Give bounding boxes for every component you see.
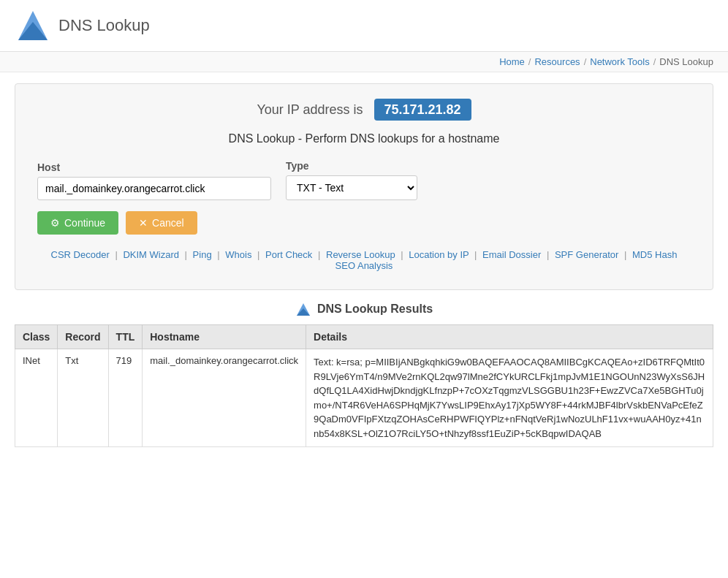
results-section: DNS Lookup Results Class Record TTL Host… xyxy=(15,301,713,447)
x-icon: ✕ xyxy=(139,217,148,229)
button-row: ⚙ Continue ✕ Cancel xyxy=(37,211,691,235)
col-class: Class xyxy=(15,325,58,349)
table-row: INet Txt 719 mail._domainkey.orangecarro… xyxy=(15,349,713,447)
ip-label: Your IP address is xyxy=(257,102,363,117)
tool-title: DNS Lookup - Perform DNS lookups for a h… xyxy=(37,132,691,145)
breadcrumb: Home / Resources / Network Tools / DNS L… xyxy=(0,52,728,72)
host-group: Host xyxy=(37,161,271,200)
results-table: Class Record TTL Hostname Details INet T… xyxy=(15,324,713,447)
link-spf-generator[interactable]: SPF Generator xyxy=(555,249,618,260)
host-label: Host xyxy=(37,161,271,173)
link-reverse-lookup[interactable]: Reverse Lookup xyxy=(326,249,395,260)
breadcrumb-resources[interactable]: Resources xyxy=(534,56,580,67)
table-header-row: Class Record TTL Hostname Details xyxy=(15,325,713,349)
main-card: Your IP address is 75.171.21.82 DNS Look… xyxy=(15,83,713,290)
link-dkim-wizard[interactable]: DKIM Wizard xyxy=(123,249,179,260)
type-group: Type A - Address AAAA - IPv6 Address CNA… xyxy=(286,160,417,200)
header: DNS Lookup xyxy=(0,0,728,52)
link-whois[interactable]: Whois xyxy=(225,249,251,260)
tool-name: DNS Lookup xyxy=(229,132,295,145)
cell-hostname: mail._domainkey.orangecarrot.click xyxy=(143,349,306,447)
logo-container: DNS Lookup xyxy=(15,7,150,44)
cell-details: Text: k=rsa; p=MIIBIjANBgkqhkiG9w0BAQEFA… xyxy=(306,349,713,447)
results-title: DNS Lookup Results xyxy=(15,301,713,317)
gear-icon: ⚙ xyxy=(50,217,60,229)
dns-logo-icon xyxy=(15,7,51,44)
cell-ttl: 719 xyxy=(108,349,143,447)
cell-record: Txt xyxy=(58,349,108,447)
svg-marker-1 xyxy=(18,22,48,40)
cancel-button[interactable]: ✕ Cancel xyxy=(126,211,197,235)
tools-links: CSR Decoder | DKIM Wizard | Ping | Whois… xyxy=(37,249,691,271)
breadcrumb-sep-2: / xyxy=(584,56,587,67)
link-csr-decoder[interactable]: CSR Decoder xyxy=(51,249,110,260)
col-record: Record xyxy=(58,325,108,349)
link-seo-analysis[interactable]: SEO Analysis xyxy=(335,260,393,271)
results-icon xyxy=(295,301,311,317)
link-ping[interactable]: Ping xyxy=(193,249,212,260)
type-select[interactable]: A - Address AAAA - IPv6 Address CNAME - … xyxy=(286,175,417,200)
results-section-title: DNS Lookup Results xyxy=(317,303,433,316)
col-ttl: TTL xyxy=(108,325,143,349)
breadcrumb-network-tools[interactable]: Network Tools xyxy=(590,56,649,67)
breadcrumb-current: DNS Lookup xyxy=(659,56,713,67)
app-title: DNS Lookup xyxy=(58,16,150,35)
ip-badge: 75.171.21.82 xyxy=(374,99,471,121)
ip-display: Your IP address is 75.171.21.82 xyxy=(37,102,691,118)
link-md5-hash[interactable]: MD5 Hash xyxy=(632,249,677,260)
col-details: Details xyxy=(306,325,713,349)
breadcrumb-home[interactable]: Home xyxy=(499,56,525,67)
host-input[interactable] xyxy=(37,177,271,200)
continue-button[interactable]: ⚙ Continue xyxy=(37,211,118,235)
breadcrumb-sep-3: / xyxy=(653,56,656,67)
cancel-label: Cancel xyxy=(152,217,184,229)
continue-label: Continue xyxy=(64,217,105,229)
link-port-check[interactable]: Port Check xyxy=(265,249,312,260)
cell-class: INet xyxy=(15,349,58,447)
form-row: Host Type A - Address AAAA - IPv6 Addres… xyxy=(37,160,691,200)
link-location-by-ip[interactable]: Location by IP xyxy=(409,249,469,260)
col-hostname: Hostname xyxy=(143,325,306,349)
tool-subtitle: - Perform DNS lookups for a hostname xyxy=(298,132,500,145)
link-email-dossier[interactable]: Email Dossier xyxy=(482,249,541,260)
breadcrumb-sep-1: / xyxy=(528,56,531,67)
type-label: Type xyxy=(286,160,417,172)
